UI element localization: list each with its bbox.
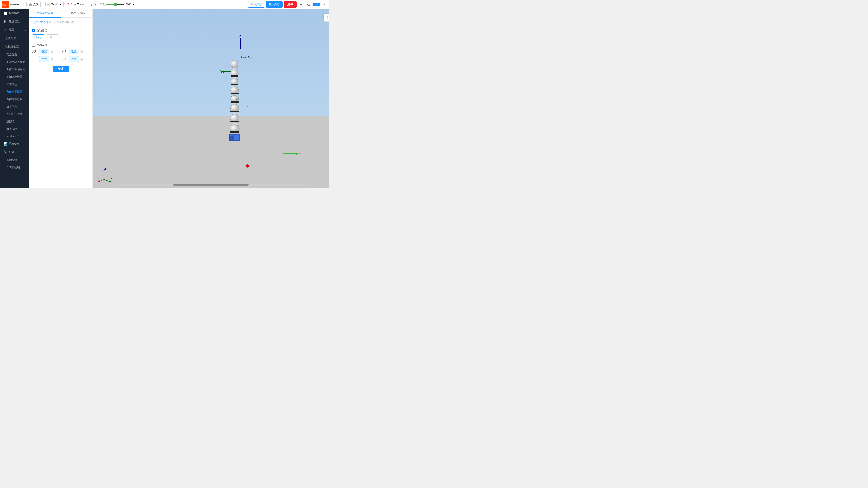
sidebar-item-config[interactable]: ⚙ 配置 ∧ (0, 26, 29, 34)
zero-pose-button[interactable]: 零位姿态 (248, 1, 265, 8)
sidebar-item-expand[interactable]: 🔧 扩展 ∧ (0, 148, 29, 156)
sidebar-item-virtual-wall[interactable]: 虚拟墙 (0, 118, 29, 125)
sidebar-item-arm-config[interactable]: 机械臂配置 ∧ (0, 42, 29, 51)
point3-set-button[interactable]: 设置 (39, 56, 49, 62)
sidebar: 📄 脚本编程 🗄 数据管理 ⚙ 配置 ∧ 系统配置 ∧ 机械臂配置 (0, 9, 29, 188)
collapse-button[interactable]: 《 (324, 13, 329, 22)
svg-text:Z: Z (104, 167, 106, 170)
sidebar-item-lift[interactable]: 升降机控制 (0, 164, 29, 171)
y-axis-right-line (283, 153, 297, 154)
sidebar-item-work-calib[interactable]: 工作坐标系标定 (0, 66, 29, 73)
point1-indicator (51, 51, 53, 53)
z-axis-line (240, 38, 241, 49)
language-badge[interactable]: CN (313, 3, 320, 6)
sidebar-item-sysinfo[interactable]: 📊 系统信息 (0, 140, 29, 148)
auto-calib-checkbox[interactable] (32, 29, 35, 32)
point2-indicator (81, 51, 83, 53)
svg-text:RM: RM (2, 4, 6, 6)
point3-label: 点3 (32, 57, 37, 61)
confirm-button[interactable]: 确定 (53, 66, 69, 72)
axis-widget: Z X Y (97, 167, 115, 184)
calib-btn-row: 开始 停止 (32, 34, 90, 40)
arm-tip-dropdown[interactable]: 📍 Arm_Tip ▼ (65, 2, 86, 7)
sidebar-label-tool-calib: 工具坐标系标定 (6, 60, 25, 64)
sysconfig-chevron-icon: ∧ (25, 37, 27, 39)
script-icon: 📄 (3, 11, 7, 15)
emergency-stop-button[interactable]: 急停 (284, 1, 297, 8)
sidebar-item-ext-io[interactable]: 外部接口设置 (0, 110, 29, 118)
sidebar-label-virtual-wall: 虚拟墙 (6, 120, 14, 123)
start-button[interactable]: 开始 (32, 34, 44, 40)
sidebar-item-tool-calib[interactable]: 工具坐标系标定 (0, 58, 29, 66)
svg-marker-34 (98, 180, 100, 182)
sidebar-item-script[interactable]: 📄 脚本编程 (0, 9, 29, 18)
sidebar-label-install: 安装信息 (6, 83, 17, 86)
points-grid: 点1 设置 点2 设置 点3 设置 点4 (32, 49, 90, 62)
sidebar-label-sysinfo: 系统信息 (9, 142, 20, 146)
x-marker-svg: ✕ (245, 164, 250, 169)
arm-tip-3d-label: Arm_Tip (241, 56, 252, 59)
config-chevron-icon: ∧ (25, 29, 27, 31)
sidebar-item-modbus[interactable]: ModbusTCP (0, 133, 29, 140)
tab-1d-sensor[interactable]: 一维力传感器 (61, 9, 93, 18)
sidebar-label-e-fence: 电子围栏 (6, 127, 17, 131)
sidebar-label-armconfig: 机械臂配置 (5, 45, 19, 48)
sidebar-label-work-calib: 工作坐标系标定 (6, 68, 25, 71)
expand-chevron-icon: ∧ (25, 151, 27, 153)
sidebar-item-force-sensor[interactable]: 力传感器配置 (0, 88, 29, 96)
speed-slider[interactable] (106, 3, 124, 6)
auto-calib-row: 自动标定 (32, 29, 90, 33)
sidebar-label-data: 数据管理 (9, 20, 20, 24)
svg-rect-11 (230, 93, 239, 94)
sidebar-item-force-chart[interactable]: 力传感器数据图 (0, 96, 29, 103)
sidebar-item-init-pose[interactable]: 初始姿态设置 (0, 73, 29, 80)
point1-row: 点1 设置 (32, 49, 60, 55)
sidebar-item-e-fence[interactable]: 电子围栏 (0, 125, 29, 133)
point4-set-button[interactable]: 设置 (69, 56, 79, 62)
viewport-bg: Z Y Arm_Tip (93, 9, 329, 188)
content-panel: 力控参数设置 一维力传感器 六维力重心计算 （六维力安装后标定） 自动标定 开始… (29, 9, 93, 188)
mode-label: 真实 (33, 2, 39, 6)
init-pose-button[interactable]: 初始姿态 (266, 1, 283, 8)
stop-button[interactable]: 停止 (46, 34, 58, 40)
settings-icon[interactable]: ✦ (298, 1, 304, 8)
viewport[interactable]: Z Y Arm_Tip (93, 9, 329, 188)
svg-rect-5 (231, 75, 239, 77)
tab-force-params[interactable]: 力控参数设置 (29, 9, 61, 18)
svg-text:Z: Z (236, 98, 238, 100)
sidebar-item-data[interactable]: 🗄 数据管理 (0, 18, 29, 26)
svg-text:✕: ✕ (246, 168, 249, 169)
point2-set-button[interactable]: 设置 (69, 49, 79, 55)
mode-btn[interactable]: 🤖 真实 (26, 2, 41, 7)
x-marker: ✕ (245, 164, 250, 170)
point1-set-button[interactable]: 设置 (39, 49, 49, 55)
sidebar-item-version[interactable]: 版本信息 (0, 103, 29, 110)
chevron-down-icon3[interactable]: ▼ (132, 3, 135, 6)
armconfig-chevron-icon: ∧ (25, 45, 27, 48)
bottom-scrollbar[interactable] (116, 184, 306, 186)
sidebar-item-safety[interactable]: 安全配置 (0, 51, 29, 58)
z-axis-top: Z (239, 34, 241, 49)
speed-control: 速度 50% ▼ (99, 2, 135, 6)
mode-icon: 🤖 (29, 3, 32, 6)
sidebar-item-system-config[interactable]: 系统配置 ∧ (0, 34, 29, 42)
toolbar-right: 零位姿态 初始姿态 急停 ✦ ⏻ CN ⇥ (248, 1, 327, 8)
sidebar-label-sysconfig: 系统配置 (5, 36, 16, 40)
chevron-down-icon2: ▼ (82, 3, 84, 6)
scrollbar-thumb[interactable] (173, 184, 249, 186)
sidebar-label-force-sensor: 力传感器配置 (6, 90, 23, 93)
sidebar-item-install[interactable]: 安装信息 (0, 80, 29, 88)
manual-calib-label: 手动设置 (36, 43, 47, 47)
point3-indicator (51, 58, 53, 61)
speed-label: 速度 (99, 2, 105, 6)
manual-calib-checkbox[interactable] (32, 43, 35, 46)
sidebar-item-terminal[interactable]: 末端控制 (0, 156, 29, 164)
point1-label: 点1 (32, 50, 37, 54)
svg-rect-8 (231, 84, 239, 86)
speed-value: 50% (126, 3, 131, 6)
logout-icon[interactable]: ⇥ (321, 1, 327, 8)
svg-text:X: X (97, 177, 99, 180)
power-icon[interactable]: ⏻ (306, 1, 312, 8)
world-dropdown[interactable]: 🧭 World ▼ (45, 2, 64, 7)
robot-arm-svg: Z (227, 59, 243, 145)
